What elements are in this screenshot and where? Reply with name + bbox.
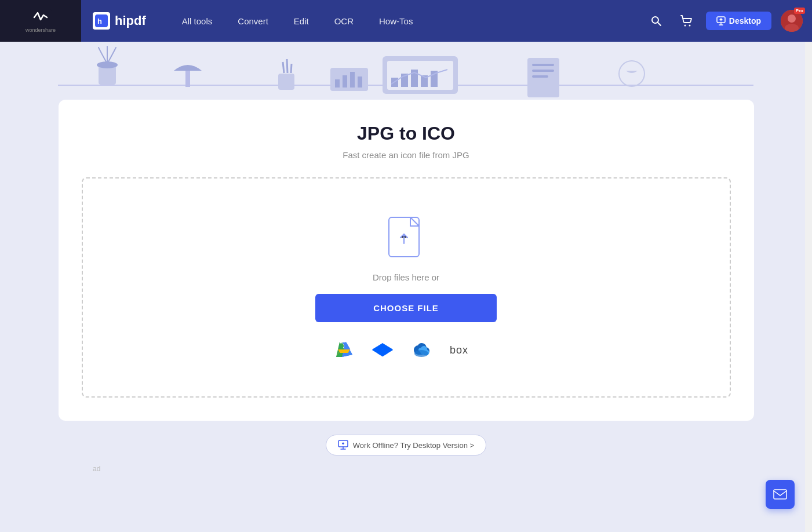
onedrive-button[interactable] [409,342,434,358]
desktop-button[interactable]: Desktop [706,12,771,30]
offline-text: Work Offline? Try Desktop Version > [353,441,474,450]
main-content: JPG to ICO Fast create an icon file from… [0,100,812,496]
hipdf-name: hipdf [115,13,146,28]
cart-icon [680,14,693,27]
box-button[interactable]: box [450,344,478,356]
google-drive-icon [335,340,356,360]
search-icon [650,15,662,27]
email-fab[interactable] [766,480,795,509]
wondershare-label: wondershare [26,27,56,33]
svg-rect-48 [774,490,786,499]
nav-all-tools[interactable]: All tools [169,0,225,42]
dropzone[interactable]: Drop files here or CHOOSE FILE [82,177,731,398]
cloud-service-icons: box [335,340,478,360]
page-subtitle: Fast create an icon file from JPG [82,150,731,160]
svg-point-35 [619,61,644,86]
svg-rect-20 [335,79,340,88]
upload-icon-container [386,214,427,261]
desktop-offline-icon [338,440,348,450]
onedrive-icon [409,342,434,358]
offline-banner: Work Offline? Try Desktop Version > [46,435,766,456]
hero-illustration [0,42,812,100]
svg-rect-34 [532,75,548,78]
svg-rect-21 [343,75,347,88]
svg-rect-0 [30,9,52,25]
page-title: JPG to ICO [82,123,731,144]
dropbox-icon [372,340,393,360]
offline-pill[interactable]: Work Offline? Try Desktop Version > [326,435,486,456]
nav-convert[interactable]: Convert [225,0,281,42]
svg-rect-14 [185,71,190,87]
wondershare-brand[interactable]: wondershare [0,0,81,42]
svg-line-16 [283,62,284,73]
navbar: wondershare h hipdf All tools Convert Ed… [0,0,812,42]
nav-edit[interactable]: Edit [281,0,322,42]
box-icon: box [450,344,478,356]
google-drive-button[interactable] [335,340,356,360]
svg-rect-23 [358,76,362,88]
svg-point-6 [689,25,690,27]
svg-text:h: h [97,17,102,25]
cart-button[interactable] [676,10,697,31]
desktop-icon [716,16,726,25]
upload-file-icon [386,214,427,261]
nav-ocr[interactable]: OCR [322,0,366,42]
scrollbar-track[interactable] [805,0,812,532]
hipdf-icon: h [93,12,110,30]
svg-rect-15 [278,74,294,90]
hero-svg [0,42,812,100]
drop-text: Drop files here or [373,272,439,282]
svg-line-17 [287,59,287,73]
svg-rect-22 [350,72,355,88]
svg-point-45 [414,350,428,357]
svg-text:box: box [450,344,468,356]
desktop-btn-label: Desktop [729,16,761,25]
svg-point-9 [788,14,796,23]
svg-rect-33 [532,70,554,72]
svg-rect-32 [532,64,554,66]
svg-line-18 [291,64,292,73]
dropbox-button[interactable] [372,340,393,360]
converter-card: JPG to ICO Fast create an icon file from… [59,100,754,421]
nav-actions: Desktop Pro [646,10,803,32]
svg-line-4 [657,23,661,26]
user-avatar-wrapper[interactable]: Pro [781,10,803,32]
nav-links: All tools Convert Edit OCR How-Tos [169,0,646,42]
search-button[interactable] [646,10,667,31]
ad-label: ad [93,465,766,473]
pro-badge: Pro [794,8,805,14]
email-icon [773,489,787,500]
wondershare-logo-icon [30,9,52,25]
hipdf-brand[interactable]: h hipdf [93,12,146,30]
choose-file-button[interactable]: CHOOSE FILE [315,294,497,322]
svg-point-5 [684,25,686,27]
nav-how-tos[interactable]: How-Tos [366,0,425,42]
